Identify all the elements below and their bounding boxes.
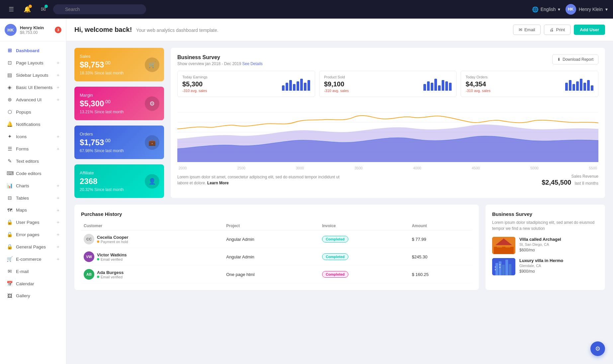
- col-amount: Amount: [409, 222, 472, 230]
- mini-stat-earnings: Today Earnings $5,300 -310 avg. sales: [177, 71, 315, 97]
- basic-ui-icon: ◈: [7, 84, 13, 90]
- language-selector[interactable]: 🌐 English ▾: [532, 6, 560, 13]
- sidebar-item-ecommerce[interactable]: 🛒 E-commerce +: [2, 253, 64, 265]
- sidebar-item-email[interactable]: ✉ E-mail: [2, 265, 64, 277]
- sidebar-item-page-layouts[interactable]: ⊡ Page Layouts +: [2, 57, 64, 69]
- revenue-value: $2,45,500: [542, 179, 571, 186]
- charts-icon: 📊: [7, 183, 13, 189]
- sidebar-item-notifications[interactable]: 🔔 Notifications: [2, 118, 64, 130]
- email-icon: ✉: [519, 27, 522, 32]
- svg-rect-15: [509, 264, 511, 275]
- bar: [297, 81, 299, 91]
- email-button[interactable]: ✉ Email: [513, 25, 541, 35]
- survey-description: Lorem ipsum dolor sit amet, consectetur …: [177, 174, 598, 186]
- sidebar-item-forms[interactable]: ☰ Forms +: [2, 143, 64, 155]
- property-name: Villa called Archagel: [519, 237, 561, 242]
- dashboard-icon: ⊞: [7, 47, 13, 53]
- svg-rect-17: [495, 269, 496, 270]
- bar: [300, 79, 303, 91]
- sidebar-item-calendar[interactable]: 📅 Calendar: [2, 278, 64, 290]
- svg-rect-19: [499, 267, 500, 268]
- stat-card-change: 13.21% Since last month: [80, 110, 159, 114]
- download-report-button[interactable]: ⬇ Download Report: [552, 54, 598, 64]
- bar: [438, 85, 441, 91]
- menu-button[interactable]: ☰: [5, 3, 17, 15]
- sidebar-item-sidebar-layouts[interactable]: ▤ Sidebar Layouts +: [2, 69, 64, 81]
- amount-cell: $ 77.99: [409, 230, 472, 248]
- stat-card-icon: 👤: [145, 174, 159, 189]
- user-menu[interactable]: HK Henry Klein ▾: [566, 4, 608, 15]
- expand-icon: +: [57, 195, 59, 201]
- sidebar-item-gallery[interactable]: 🖼 Gallery: [2, 290, 64, 302]
- mini-stat-label: Today Earnings: [182, 75, 208, 79]
- search-input[interactable]: [53, 4, 146, 14]
- bar: [307, 80, 310, 91]
- stat-card-icon: 💼: [145, 135, 159, 150]
- bar: [442, 80, 444, 91]
- sidebar-item-text-editors[interactable]: ✎ Text editors: [2, 155, 64, 167]
- page-subtitle: Your web analytics dashboard template.: [136, 28, 219, 33]
- mail-button[interactable]: ✉: [37, 3, 49, 15]
- stat-card-label: Affiliate: [80, 170, 159, 175]
- sidebar-item-icons[interactable]: ✦ Icons +: [2, 131, 64, 142]
- mini-stat-label: Today Orders: [466, 75, 490, 79]
- survey-subtitle: Show overview jan 2018 - Dec 2019 See De…: [177, 61, 263, 66]
- sidebar-layouts-icon: ▤: [7, 72, 13, 78]
- maps-icon: 🗺: [7, 207, 13, 213]
- sidebar-item-label: Dashboard: [16, 48, 59, 53]
- mini-stat-product-sold: Product Sold $9,100 -310 avg. sales: [319, 71, 457, 97]
- sidebar-item-label: Tables: [16, 196, 53, 201]
- notifications-button[interactable]: 🔔: [21, 3, 33, 15]
- notifications-icon: 🔔: [7, 121, 13, 127]
- sidebar-item-dashboard[interactable]: ⊞ Dashboard: [2, 45, 64, 56]
- chevron-down-icon: ▾: [605, 7, 608, 12]
- customer-avatar: VW: [84, 251, 94, 262]
- icons-icon: ✦: [7, 134, 13, 139]
- print-button[interactable]: 🖨 Print: [544, 25, 570, 35]
- learn-more-link[interactable]: Learn More: [207, 181, 229, 185]
- bar: [572, 84, 575, 91]
- sidebar-item-user-pages[interactable]: 🔒 User Pages +: [2, 216, 64, 228]
- ecommerce-icon: 🛒: [7, 256, 13, 262]
- expand-icon: +: [57, 208, 59, 213]
- see-details-link[interactable]: See Details: [242, 61, 262, 66]
- x-label: 2000: [179, 166, 187, 170]
- property-thumbnail: [492, 258, 515, 275]
- sidebar-item-popups[interactable]: ⬡ Popups: [2, 106, 64, 118]
- main-chart: [177, 102, 598, 162]
- sidebar-item-advanced-ui[interactable]: ⊛ Advanced UI +: [2, 94, 64, 106]
- sidebar-item-charts[interactable]: 📊 Charts +: [2, 180, 64, 192]
- customer-info: Cecelia Cooper Payment on hold: [97, 235, 129, 244]
- status-dot: [97, 258, 99, 260]
- table-body: CC Cecelia Cooper Payment on hold: [81, 230, 472, 283]
- stat-card-margin: Margin $5,300.00 13.21% Since last month…: [74, 87, 164, 120]
- sidebar-item-basic-ui[interactable]: ◈ Basic UI Elements +: [2, 81, 64, 93]
- property-thumbnail: [492, 237, 515, 254]
- sidebar-item-error-pages[interactable]: 🔒 Error pages +: [2, 228, 64, 240]
- user-pages-icon: 🔒: [7, 219, 13, 225]
- sidebar-item-code-editors[interactable]: ⌨ Code editors: [2, 167, 64, 179]
- sidebar-item-general-pages[interactable]: 🔒 General Pages +: [2, 241, 64, 253]
- bar: [591, 85, 593, 91]
- sidebar-item-label: Code editors: [16, 171, 59, 176]
- table-row: CC Cecelia Cooper Payment on hold: [81, 230, 472, 248]
- fab-button[interactable]: ⚙: [590, 341, 605, 356]
- stat-card-affiliate: Affiliate 2368 20.32% Since last month 👤: [74, 164, 164, 198]
- sidebar-item-tables[interactable]: ⊟ Tables +: [2, 192, 64, 204]
- property-image: [492, 258, 515, 275]
- mini-stats: Today Earnings $5,300 -310 avg. sales: [177, 71, 598, 97]
- property-location: Glendale, CA: [519, 264, 563, 268]
- x-label: 5000: [530, 166, 538, 170]
- status-dot: [97, 240, 99, 243]
- error-pages-icon: 🔒: [7, 231, 13, 237]
- customer-avatar: AB: [84, 269, 94, 280]
- survey-desc-text: Lorem ipsum dolor sit amet, consectetur …: [177, 174, 343, 186]
- stat-card-icon: 🛒: [145, 57, 159, 72]
- stat-card-label: Sales: [80, 54, 159, 59]
- expand-icon: +: [57, 220, 59, 225]
- sidebar-item-maps[interactable]: 🗺 Maps +: [2, 204, 64, 216]
- property-name: Luxury villa in Hermo: [519, 258, 563, 263]
- add-user-button[interactable]: Add User: [574, 25, 605, 35]
- property-details: Villa called Archagel St, San Diego, CA …: [519, 237, 561, 252]
- amount-cell: $ 160.25: [409, 266, 472, 283]
